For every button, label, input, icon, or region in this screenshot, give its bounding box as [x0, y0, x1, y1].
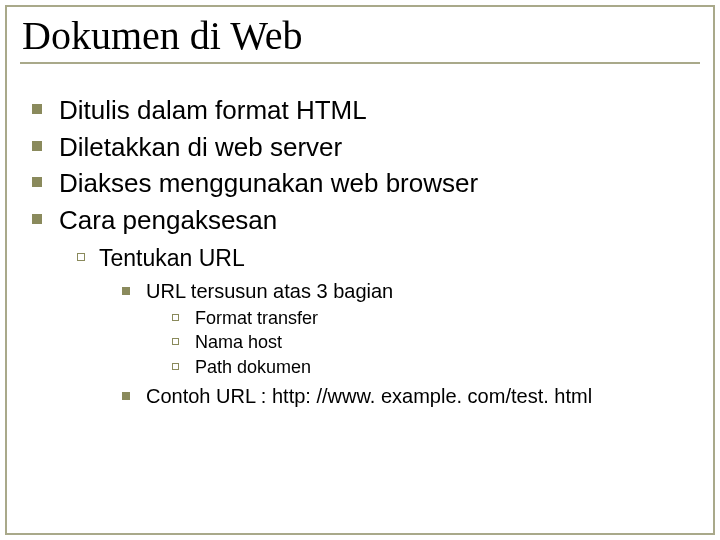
list-item-text: Nama host — [195, 331, 282, 354]
list-item-text: Format transfer — [195, 307, 318, 330]
title-underline — [20, 62, 700, 64]
hollow-square-bullet-icon — [77, 253, 85, 261]
slide-content: Dokumen di Web Ditulis dalam format HTML… — [0, 0, 720, 432]
list-level-3: URL tersusun atas 3 bagian — [122, 279, 698, 304]
hollow-square-bullet-icon — [172, 363, 179, 370]
list-level-2: Tentukan URL — [77, 244, 698, 273]
square-bullet-icon — [32, 214, 42, 224]
square-bullet-icon — [32, 177, 42, 187]
list-item-text: Ditulis dalam format HTML — [59, 94, 367, 127]
hollow-square-bullet-icon — [172, 314, 179, 321]
list-item: Nama host — [172, 331, 698, 354]
hollow-square-bullet-icon — [172, 338, 179, 345]
square-bullet-icon — [122, 392, 130, 400]
list-item-text: Path dokumen — [195, 356, 311, 379]
list-item-text: Tentukan URL — [99, 244, 245, 273]
list-level-1: Ditulis dalam format HTML Diletakkan di … — [32, 94, 698, 236]
list-item: Diletakkan di web server — [32, 131, 698, 164]
list-item-text: Cara pengaksesan — [59, 204, 277, 237]
list-level-4: Format transfer Nama host Path dokumen — [172, 307, 698, 379]
list-item-text: Contoh URL : http: //www. example. com/t… — [146, 384, 592, 409]
square-bullet-icon — [32, 104, 42, 114]
list-item: Ditulis dalam format HTML — [32, 94, 698, 127]
list-item: Diakses menggunakan web browser — [32, 167, 698, 200]
list-item: Path dokumen — [172, 356, 698, 379]
list-item: Tentukan URL — [77, 244, 698, 273]
list-item-text: URL tersusun atas 3 bagian — [146, 279, 393, 304]
square-bullet-icon — [32, 141, 42, 151]
list-item: URL tersusun atas 3 bagian — [122, 279, 698, 304]
list-level-3: Contoh URL : http: //www. example. com/t… — [122, 384, 698, 409]
square-bullet-icon — [122, 287, 130, 295]
list-item: Format transfer — [172, 307, 698, 330]
list-item: Contoh URL : http: //www. example. com/t… — [122, 384, 698, 409]
list-item-text: Diakses menggunakan web browser — [59, 167, 478, 200]
slide-title: Dokumen di Web — [22, 12, 698, 59]
list-item: Cara pengaksesan — [32, 204, 698, 237]
list-item-text: Diletakkan di web server — [59, 131, 342, 164]
